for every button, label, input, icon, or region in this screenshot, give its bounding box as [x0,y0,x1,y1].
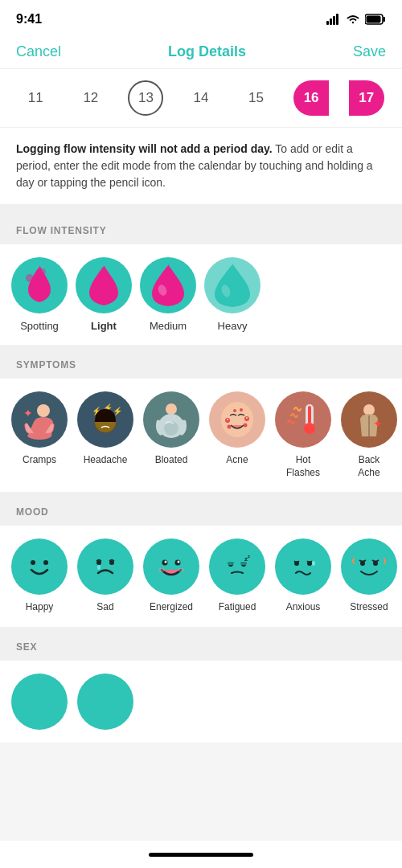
mood-label-sad: Sad [96,601,113,614]
svg-point-36 [304,423,315,434]
svg-rect-5 [384,17,386,22]
flow-label-light: Light [91,320,117,332]
divider-1 [0,211,402,217]
sex-section-header: SEX [0,633,402,661]
symptom-item-hot-flashes[interactable]: HotFlashes [275,391,331,479]
flow-icon-spotting [11,257,68,313]
spotting-drop-svg [22,265,57,305]
svg-point-67 [22,684,57,719]
signal-icon [326,14,341,25]
mood-icon-stressed [341,538,397,595]
flow-item-heavy[interactable]: Heavy [204,257,260,332]
battery-icon [365,14,386,25]
mood-icon-sad [77,538,133,595]
mood-icon-anxious [275,538,331,595]
save-button[interactable]: Save [353,43,386,60]
date-15[interactable]: 15 [239,80,274,116]
sex-icon-1 [11,674,68,730]
flow-label-medium: Medium [150,320,187,332]
page-title: Log Details [168,43,246,60]
anxious-face-svg [285,549,321,584]
symptom-label-cramps: Cramps [23,454,56,467]
mood-item-stressed[interactable]: Stressed [341,538,397,614]
svg-rect-0 [326,21,329,25]
date-11[interactable]: 11 [18,80,53,116]
svg-text:✦: ✦ [373,417,383,430]
medium-drop-svg [152,264,184,306]
symptom-item-bloated[interactable]: Bloated [143,391,199,479]
sad-face-svg [88,549,123,584]
info-banner: Logging flow intensity will not add a pe… [0,128,402,211]
mood-item-anxious[interactable]: Anxious [275,538,331,614]
svg-point-63 [312,561,315,566]
backache-svg: ✦ [349,399,389,440]
date-14[interactable]: 14 [183,80,219,116]
date-17[interactable]: 17 [349,80,384,116]
svg-point-50 [178,561,180,563]
mood-item-fatigued[interactable]: z z Fatigued [209,538,265,614]
symptoms-section: SYMPTOMS ✦ Cramps [0,351,402,492]
svg-rect-56 [228,562,234,565]
symptom-icon-hot-flashes [275,391,331,448]
sex-section: SEX [0,633,402,743]
flow-item-medium[interactable]: Medium [140,257,196,332]
date-12[interactable]: 12 [73,80,109,116]
symptom-icon-acne [209,391,265,448]
svg-point-11 [37,404,50,417]
svg-rect-1 [330,18,332,25]
symptom-label-headache: Headache [84,454,128,467]
info-bold-text: Logging flow intensity will not add a pe… [16,142,273,155]
svg-point-60 [285,549,321,584]
svg-point-45 [97,565,100,570]
mood-label-anxious: Anxious [286,601,321,614]
svg-text:✦: ✦ [23,407,33,420]
cancel-button[interactable]: Cancel [16,43,61,60]
sex-icon-2 [77,674,133,730]
flow-section: FLOW INTENSITY Spotting Light [0,217,402,345]
flow-items: Spotting Light Medium [0,244,402,345]
svg-point-68 [88,684,123,719]
svg-point-37 [363,404,375,416]
svg-point-40 [31,560,35,565]
wifi-icon [346,14,360,25]
symptom-item-headache[interactable]: ⚡ ⚡ ⚡ Headache [77,391,133,479]
energized-face-svg [154,549,189,584]
divider-2 [0,345,402,351]
happy-face-svg [22,549,57,584]
mood-item-happy[interactable]: Happy [11,538,68,614]
flow-section-header: FLOW INTENSITY [0,217,402,244]
mood-scroll-row: Happy Sad [0,526,402,627]
svg-point-46 [154,549,189,584]
symptom-icon-backache: ✦ [341,391,397,448]
svg-point-22 [166,403,177,415]
mood-label-fatigued: Fatigued [219,601,256,614]
flow-icon-heavy [204,257,260,313]
symptom-item-backache[interactable]: ✦ BackAche [341,391,397,479]
date-16[interactable]: 16 [293,80,329,116]
svg-point-49 [165,561,167,563]
symptom-label-acne: Acne [226,454,248,467]
mood-item-energized[interactable]: Energized [143,538,199,614]
svg-point-41 [43,560,48,565]
flow-item-light[interactable]: Light [76,257,132,332]
mood-section: MOOD Happy [0,498,402,627]
svg-text:z: z [248,554,250,559]
date-13[interactable]: 13 [128,80,163,116]
mood-label-energized: Energized [150,601,193,614]
flow-item-spotting[interactable]: Spotting [11,257,68,332]
mood-item-sad[interactable]: Sad [77,538,133,614]
hot-flashes-svg [283,399,323,440]
headache-svg: ⚡ ⚡ ⚡ [85,399,125,440]
heavy-drop-svg [215,264,250,307]
sex-item-1[interactable] [11,674,68,730]
mood-label-stressed: Stressed [350,601,388,614]
mood-icon-energized [143,538,199,595]
symptom-item-acne[interactable]: Acne [209,391,265,479]
status-icons [326,14,386,25]
symptom-item-cramps[interactable]: ✦ Cramps [11,391,68,479]
svg-point-39 [22,549,57,584]
sex-item-2[interactable] [77,674,133,730]
flow-icon-light [76,257,132,313]
status-time: 9:41 [16,12,42,27]
symptom-label-backache: BackAche [358,454,379,479]
